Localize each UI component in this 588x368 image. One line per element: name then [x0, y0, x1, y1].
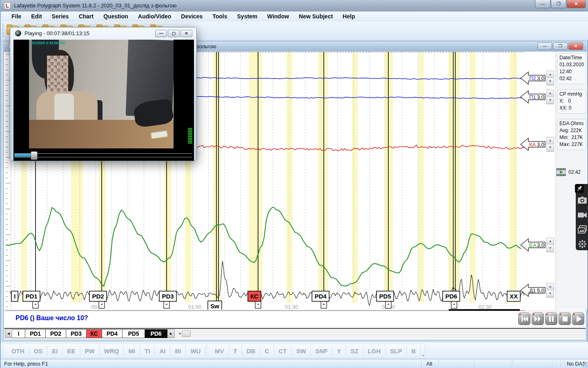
spin-down-icon[interactable]: ▼ [547, 290, 554, 297]
spin-up-icon[interactable]: ▲ [547, 71, 554, 78]
channel-label-ea[interactable]: EA3,0▲▼ [520, 238, 554, 252]
video-camera-icon[interactable] [577, 210, 587, 220]
tabs-scroll-right-icon[interactable]: ► [167, 329, 175, 338]
marker-button-sw[interactable]: SW [292, 346, 311, 356]
video-progress-track[interactable] [14, 153, 192, 157]
marker-button-db[interactable]: DB [242, 346, 261, 356]
video-clip-row[interactable]: 02:42 [556, 168, 581, 176]
toolbar-drag-handle[interactable] [2, 24, 4, 38]
tab-pd3[interactable]: PD3 [66, 329, 87, 338]
menu-tools[interactable]: Tools [207, 12, 232, 20]
spin-down-icon[interactable]: ▼ [547, 97, 554, 104]
tab-pd1[interactable]: PD1 [25, 329, 46, 338]
event-marker-label: XX [510, 293, 518, 300]
pause-button[interactable] [545, 312, 557, 325]
tab-item[interactable]: КС [87, 329, 102, 338]
marker-button-ei[interactable]: EI [47, 346, 62, 356]
channel-gain-spinner[interactable]: ▲▼ [546, 71, 554, 85]
spin-down-icon[interactable]: ▼ [547, 78, 554, 85]
marker-button-ee[interactable]: EE [63, 346, 80, 356]
chart-close-button[interactable]: ✕ [568, 43, 583, 50]
skip-to-start-button[interactable] [518, 312, 530, 325]
camera-icon[interactable] [577, 195, 587, 205]
menu-edit[interactable]: Edit [26, 12, 47, 20]
marker-button-os[interactable]: OS [29, 346, 48, 356]
marker-button-ct[interactable]: CT [274, 346, 292, 356]
menu-system[interactable]: System [232, 12, 263, 20]
stop-button[interactable] [559, 312, 571, 325]
channel-label-1[interactable]: Д15,0▲▼ [520, 283, 554, 298]
tab-i[interactable]: I [12, 329, 25, 338]
pin-icon[interactable] [575, 184, 584, 193]
toolbar-overflow-icon[interactable]: ▾ [422, 354, 424, 357]
marker-button-slp[interactable]: SLP [385, 346, 407, 356]
channel-gain-spinner[interactable]: ▲▼ [546, 238, 554, 252]
menu-devices[interactable]: Devices [176, 12, 207, 20]
marker-button-ti[interactable]: TI [140, 346, 155, 356]
spin-up-icon[interactable]: ▲ [547, 283, 554, 290]
marker-button-oth[interactable]: OTH [7, 346, 29, 356]
channel-label-1[interactable]: П13,0▲▼ [520, 90, 554, 104]
channel-label-item[interactable]: КА3,0▲▼ [520, 137, 554, 152]
spin-down-icon[interactable]: ▼ [547, 144, 554, 151]
marker-button-pw[interactable]: PW [80, 346, 100, 356]
menu-new-subject[interactable]: New Subject [294, 12, 338, 20]
video-close-button[interactable]: ✕ [180, 30, 192, 37]
chart-restore-button[interactable]: ❐ [553, 43, 568, 50]
tab-mini-scrollbar[interactable]: ◄ [177, 330, 191, 337]
fast-forward-button[interactable] [532, 312, 544, 325]
tab-pd2[interactable]: PD2 [46, 329, 66, 338]
restore-button[interactable]: ❐ [551, 0, 566, 8]
spin-up-icon[interactable]: ▲ [547, 90, 554, 97]
menu-chart[interactable]: Chart [74, 12, 99, 20]
status-help-text: For Help, press F1 [4, 361, 48, 367]
marker-button-bi[interactable]: BI [170, 346, 186, 356]
marker-button-b[interactable]: B [407, 346, 421, 356]
menu-series[interactable]: Series [47, 12, 74, 20]
tab-pd5[interactable]: PD5 [122, 329, 145, 338]
marker-button-wu[interactable]: WU [186, 346, 205, 356]
menu-file[interactable]: File [7, 12, 26, 20]
video-title-bar[interactable]: Playing - 00:07:38/01:13:15 — ▢ ✕ [10, 27, 196, 39]
marker-button-ai[interactable]: AI [155, 346, 170, 356]
film-clip-icon[interactable] [556, 168, 566, 176]
video-progress-thumb[interactable] [31, 151, 38, 160]
question-band [249, 52, 262, 303]
tabs-scroll-left-icon[interactable]: ◄ [5, 329, 12, 338]
mini-scroll-thumb[interactable] [182, 330, 191, 337]
marker-button-mv[interactable]: MV [210, 346, 229, 356]
marker-button-lgh[interactable]: LGH [363, 346, 386, 356]
spin-down-icon[interactable]: ▼ [547, 245, 554, 252]
settings-gear-icon[interactable] [577, 239, 587, 249]
video-minimize-button[interactable]: — [155, 30, 167, 37]
marker-button-sz[interactable]: SZ [346, 346, 363, 356]
chart-minimize-button[interactable]: — [537, 43, 552, 50]
play-button[interactable] [572, 312, 584, 325]
marker-button-y[interactable]: Y [332, 346, 346, 356]
video-restore-button[interactable]: ▢ [168, 30, 180, 37]
mini-scroll-left-icon[interactable]: ◄ [177, 331, 182, 337]
marker-button-snf[interactable]: SNF [311, 346, 332, 356]
marker-button-mi[interactable]: MI [124, 346, 140, 356]
menu-help[interactable]: Help [338, 12, 360, 20]
resize-grip[interactable] [583, 362, 588, 368]
spin-up-icon[interactable]: ▲ [547, 137, 554, 144]
menu-question[interactable]: Question [98, 12, 133, 20]
menu-window[interactable]: Window [262, 12, 294, 20]
close-button[interactable]: ✕ [567, 0, 586, 8]
channel-gain-spinner[interactable]: ▲▼ [546, 283, 554, 298]
marker-button-t[interactable]: T [229, 346, 242, 356]
channel-gain-spinner[interactable]: ▲▼ [546, 137, 554, 152]
spin-up-icon[interactable]: ▲ [547, 238, 554, 245]
tab-pd6[interactable]: PD6 [145, 329, 167, 338]
marker-button-c[interactable]: C [260, 346, 274, 356]
menu-audio-video[interactable]: Audio/Video [133, 12, 176, 20]
minimize-button[interactable]: — [535, 0, 550, 8]
title-bar[interactable]: L Lafayette Polygraph System 11.8.2 - 20… [1, 0, 588, 11]
channel-gain-spinner[interactable]: ▲▼ [546, 90, 554, 104]
video-player-window[interactable]: Playing - 00:07:38/01:13:15 — ▢ ✕ [10, 27, 197, 161]
tab-pd4[interactable]: PD4 [102, 329, 122, 338]
gallery-icon[interactable] [577, 224, 587, 234]
marker-button-wrq[interactable]: WRQ [100, 346, 124, 356]
channel-label-2[interactable]: П23,0▲▼ [520, 71, 554, 85]
